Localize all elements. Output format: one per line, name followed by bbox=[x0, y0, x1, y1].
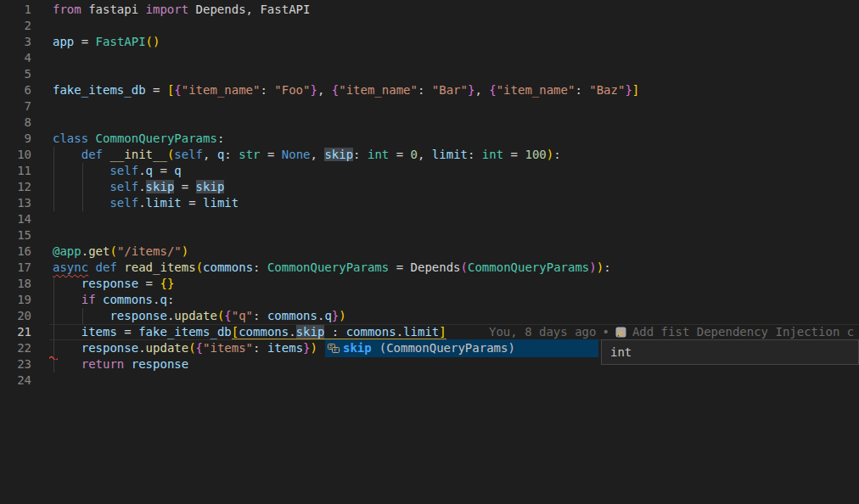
code-line[interactable]: 5 bbox=[0, 66, 859, 82]
line-number[interactable]: 22 bbox=[0, 340, 31, 356]
line-number[interactable]: 7 bbox=[0, 98, 31, 115]
token: fake_items_db bbox=[53, 83, 146, 97]
code-line[interactable]: 13 self.limit = limit bbox=[0, 195, 859, 211]
code-line[interactable]: 20 response.update({"q": commons.q}) bbox=[0, 308, 859, 324]
token: CommonQueryParams bbox=[468, 260, 589, 274]
line-number[interactable]: 1 bbox=[0, 2, 31, 18]
suggest-label: skip bbox=[343, 340, 372, 356]
line-number[interactable]: 18 bbox=[0, 276, 31, 292]
suggest-doc-panel: int bbox=[601, 339, 859, 365]
line-number[interactable]: 16 bbox=[0, 244, 31, 260]
line-number[interactable]: 14 bbox=[0, 211, 31, 227]
code-text: self.limit = limit bbox=[53, 195, 239, 211]
token: = bbox=[74, 35, 95, 48]
token: async bbox=[53, 260, 88, 274]
token: q bbox=[160, 293, 166, 306]
line-number[interactable]: 6 bbox=[0, 82, 31, 98]
token: : bbox=[253, 260, 267, 274]
line-number[interactable]: 5 bbox=[0, 66, 31, 82]
code-line[interactable]: 17async def read_items(commons: CommonQu… bbox=[0, 260, 859, 276]
code-line[interactable]: 11 self.q = q bbox=[0, 163, 859, 179]
token: FastAPI bbox=[96, 35, 146, 48]
token: . bbox=[289, 325, 295, 339]
token: "q" bbox=[232, 309, 253, 322]
code-line[interactable]: 9class CommonQueryParams: bbox=[0, 131, 859, 147]
token: , bbox=[203, 148, 217, 161]
line-number[interactable]: 12 bbox=[0, 179, 31, 195]
line-number[interactable]: 8 bbox=[0, 115, 31, 131]
token: "Foo" bbox=[274, 83, 310, 97]
line-number[interactable]: 10 bbox=[0, 147, 31, 163]
line-number[interactable]: 19 bbox=[0, 292, 31, 308]
token: "Bar" bbox=[432, 83, 468, 97]
token: . bbox=[138, 341, 145, 355]
token bbox=[53, 180, 109, 193]
line-number[interactable]: 2 bbox=[0, 18, 31, 34]
token: fastapi bbox=[81, 3, 146, 16]
code-line[interactable]: 8 bbox=[0, 115, 859, 131]
token: import bbox=[146, 3, 189, 16]
code-line[interactable]: 18 response = {} bbox=[0, 276, 859, 292]
suggest-item-skip[interactable]: skip (CommonQueryParams) bbox=[325, 339, 598, 357]
line-number[interactable]: 21 bbox=[0, 324, 31, 340]
token: = bbox=[117, 325, 138, 339]
token: __init__ bbox=[109, 148, 166, 161]
token: q bbox=[324, 309, 331, 322]
token: Depends bbox=[411, 260, 461, 274]
token: } bbox=[310, 83, 317, 97]
token: response bbox=[81, 277, 138, 290]
code-line[interactable]: 2 bbox=[0, 18, 859, 34]
token: 0 bbox=[411, 148, 418, 161]
code-text: self.q = q bbox=[53, 163, 182, 179]
line-number[interactable]: 23 bbox=[0, 356, 31, 372]
error-squiggle-mark bbox=[49, 348, 58, 364]
token: int bbox=[482, 148, 503, 161]
line-number[interactable]: 17 bbox=[0, 260, 31, 276]
pencil-icon bbox=[615, 327, 626, 338]
code-line[interactable]: 1from fastapi import Depends, FastAPI bbox=[0, 2, 859, 18]
code-line[interactable]: 3app = FastAPI() bbox=[0, 34, 859, 50]
code-line[interactable]: 6fake_items_db = [{"item_name": "Foo"}, … bbox=[0, 82, 859, 98]
token: . bbox=[138, 164, 145, 177]
token: : bbox=[468, 148, 482, 161]
token: ) bbox=[597, 260, 604, 274]
token: commons bbox=[103, 293, 153, 306]
token: = bbox=[182, 196, 203, 210]
token: limit bbox=[432, 148, 468, 161]
code-line[interactable]: 14 bbox=[0, 211, 859, 227]
token: : bbox=[604, 260, 610, 274]
line-number[interactable]: 15 bbox=[0, 227, 31, 244]
token: skip bbox=[146, 180, 175, 193]
code-line[interactable]: 19 if commons.q: bbox=[0, 292, 859, 308]
line-number[interactable]: 13 bbox=[0, 195, 31, 211]
code-line[interactable]: 7 bbox=[0, 98, 859, 115]
token: , bbox=[311, 148, 325, 161]
code-text: if commons.q: bbox=[53, 292, 174, 308]
blame-separator: • bbox=[602, 324, 609, 340]
token: None bbox=[282, 148, 311, 161]
code-line[interactable]: 4 bbox=[0, 50, 859, 66]
token: skip bbox=[196, 180, 225, 193]
token: fake_items_db bbox=[138, 325, 232, 339]
token bbox=[53, 148, 81, 161]
code-text: response.update({"q": commons.q}) bbox=[53, 308, 346, 324]
token: CommonQueryParams bbox=[267, 260, 389, 274]
code-line[interactable]: 16@app.get("/items/") bbox=[0, 244, 859, 260]
token: return bbox=[81, 357, 125, 371]
line-number[interactable]: 4 bbox=[0, 50, 31, 66]
code-line[interactable]: 10 def __init__(self, q: str = None, ski… bbox=[0, 147, 859, 163]
line-number[interactable]: 24 bbox=[0, 372, 31, 389]
token: ) bbox=[182, 244, 188, 258]
token bbox=[88, 260, 95, 274]
token: "Baz" bbox=[589, 83, 625, 97]
token bbox=[53, 277, 81, 290]
line-number[interactable]: 3 bbox=[0, 34, 31, 50]
line-number[interactable]: 11 bbox=[0, 163, 31, 179]
code-line[interactable]: 15 bbox=[0, 227, 859, 244]
code-line[interactable]: 24 bbox=[0, 372, 859, 389]
line-number[interactable]: 20 bbox=[0, 308, 31, 324]
token: self bbox=[174, 148, 203, 161]
token: = bbox=[261, 148, 282, 161]
line-number[interactable]: 9 bbox=[0, 131, 31, 147]
code-line[interactable]: 12 self.skip = skip bbox=[0, 179, 859, 195]
